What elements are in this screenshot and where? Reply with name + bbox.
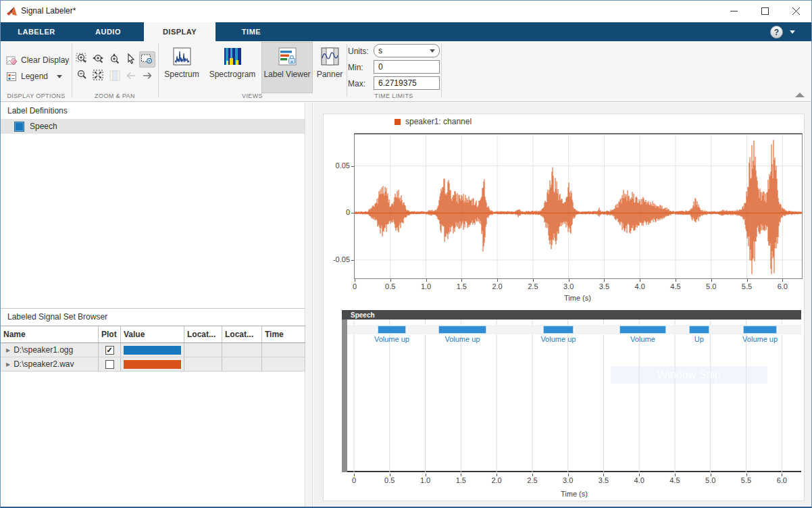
tab-audio[interactable]: AUDIO (72, 22, 144, 41)
units-dropdown[interactable]: s (374, 44, 440, 57)
y-tick-label: 0.05 (323, 161, 350, 170)
section-label-time-limits: TIME LIMITS (347, 93, 441, 99)
close-button[interactable] (780, 1, 811, 21)
panel-splitter[interactable] (306, 103, 313, 508)
legend-button[interactable]: Legend (6, 69, 62, 84)
help-dropdown-caret-icon[interactable] (790, 30, 795, 34)
min-time-input[interactable] (374, 60, 440, 74)
expand-arrow-icon[interactable]: ▶ (6, 361, 10, 367)
x-tick-label: 4.5 (663, 476, 686, 484)
panner-button[interactable]: Panner (313, 43, 347, 93)
x-tick-mark (676, 279, 676, 282)
plot-checkbox[interactable]: ✓ (105, 346, 114, 355)
waveform-plot[interactable] (354, 133, 803, 279)
label-definition-item[interactable]: Speech (1, 119, 305, 134)
units-label: Units: (348, 47, 372, 56)
x-tick-label: 1.0 (415, 282, 438, 290)
legend-label: speaker1: channel (405, 117, 472, 126)
minimize-button[interactable] (718, 1, 749, 21)
toolstrip-tab-bar: LABELERAUDIODISPLAYTIME ? (1, 22, 811, 41)
panner-icon (321, 47, 339, 66)
y-tick-mark (351, 260, 354, 261)
tab-labeler[interactable]: LABELER (1, 22, 72, 41)
y-tick-label: 0 (323, 208, 350, 216)
label-segment-text: Volume up (365, 335, 419, 344)
signal-name: D:\speaker2.wav (14, 359, 74, 369)
zoom-in-icon[interactable] (76, 53, 89, 66)
plot-checkbox[interactable] (105, 360, 114, 369)
display-area: speaker1: channel 0.050-0.05 00.51.01.52… (313, 103, 812, 508)
previous-view-icon[interactable] (124, 69, 138, 82)
x-tick-label: 5.5 (735, 476, 758, 484)
label-segment[interactable] (743, 326, 777, 334)
next-view-icon[interactable] (141, 69, 154, 82)
empty-cell (262, 343, 305, 357)
x-tick-label: 3.5 (592, 476, 615, 484)
table-row[interactable]: ▶D:\speaker1.ogg✓ (1, 343, 305, 357)
section-separator (347, 44, 347, 97)
signal-name: D:\speaker1.ogg (14, 345, 73, 355)
label-segment[interactable] (378, 326, 406, 334)
zoom-in-y-icon[interactable] (108, 53, 122, 66)
minimize-icon (730, 7, 738, 15)
x-tick-label: 5.0 (699, 476, 722, 484)
panner-label: Panner (317, 70, 343, 79)
panner-strip-icon[interactable] (108, 69, 122, 82)
tab-display[interactable]: DISPLAY (144, 22, 215, 41)
spectrum-button[interactable]: Spectrum (160, 43, 203, 93)
x-tick-mark (426, 279, 427, 282)
label-segment[interactable] (543, 326, 574, 334)
label-definitions-panel: Label Definitions Speech (1, 103, 305, 308)
signal-name-cell[interactable]: ▶D:\speaker2.wav (1, 357, 99, 372)
legend-icon (6, 71, 18, 82)
label-segment[interactable] (619, 326, 667, 334)
matlab-logo-icon (6, 5, 18, 18)
table-row[interactable]: ▶D:\speaker2.wav (1, 357, 305, 372)
legend-label: Legend (21, 72, 48, 81)
x-tick-label: 3.0 (557, 282, 580, 290)
title-bar: Signal Labeler* (1, 1, 811, 22)
column-header[interactable]: Locat... (222, 326, 262, 342)
x-tick-mark (711, 279, 712, 282)
label-viewer-scrollbar[interactable] (342, 320, 347, 472)
label-band (347, 325, 801, 334)
column-header[interactable]: Name (1, 326, 99, 342)
zoom-region-icon[interactable] (141, 53, 154, 66)
fit-to-view-icon[interactable] (92, 69, 105, 82)
label-segment[interactable] (438, 326, 487, 334)
x-tick-label: 5.0 (700, 282, 723, 290)
spectrogram-button[interactable]: Spectrogram (203, 43, 261, 93)
x-tick-mark (782, 279, 783, 282)
clear-display-label: Clear Display (21, 55, 69, 65)
x-tick-label: 1.0 (414, 476, 437, 484)
pointer-icon[interactable] (124, 53, 138, 66)
column-header[interactable]: Locat... (184, 326, 222, 342)
x-tick-label: 3.0 (557, 476, 580, 484)
maximize-button[interactable] (749, 1, 780, 21)
label-viewer-plot[interactable]: Volume upVolume upVolume upVolumeUpVolum… (347, 320, 801, 472)
x-tick-mark (747, 279, 748, 282)
help-button[interactable]: ? (770, 26, 783, 39)
label-viewer-icon: a (278, 47, 297, 66)
clear-display-icon (6, 55, 18, 66)
value-cell (121, 357, 184, 372)
column-header[interactable]: Time (262, 326, 305, 342)
collapse-toolstrip-icon[interactable] (795, 93, 805, 97)
clear-display-button[interactable]: Clear Display (6, 53, 69, 68)
signal-name-cell[interactable]: ▶D:\speaker1.ogg (1, 343, 99, 357)
label-viewer-button[interactable]: a Label Viewer (263, 43, 311, 93)
column-header[interactable]: Value (121, 326, 184, 342)
x-tick-label: 2.5 (522, 282, 544, 290)
zoom-in-x-icon[interactable] (92, 53, 105, 66)
max-time-input[interactable] (374, 76, 440, 90)
spectrum-icon (173, 47, 191, 66)
column-header[interactable]: Plot (99, 326, 121, 342)
zoom-out-icon[interactable] (76, 69, 89, 82)
label-segment[interactable] (689, 326, 709, 334)
expand-arrow-icon[interactable]: ▶ (6, 347, 10, 353)
legend-dropdown-caret-icon[interactable] (57, 75, 62, 78)
section-label-display-options: DISPLAY OPTIONS (1, 93, 72, 99)
empty-cell (262, 357, 305, 372)
x-tick-label: 2.0 (485, 476, 508, 484)
tab-time[interactable]: TIME (215, 22, 287, 41)
